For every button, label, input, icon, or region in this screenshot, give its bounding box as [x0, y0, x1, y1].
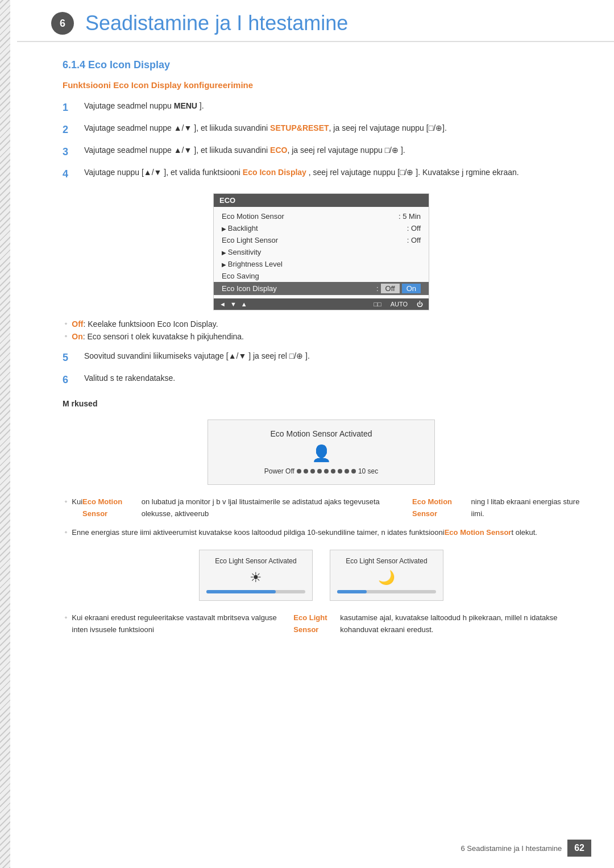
step-text-5: Soovitud suvandini liikumiseks vajutage … — [84, 350, 580, 366]
eco-motion-sensor-2: Eco Motion Sensor — [412, 496, 471, 520]
step-text-6: Valitud s te rakendatakse. — [84, 372, 580, 388]
menu-title-bar: ECO — [214, 194, 429, 207]
eco-icon-display-highlight: Eco Icon Display — [243, 168, 306, 177]
step-text-2: Vajutage seadmel nuppe ▲/▼ ], et liikuda… — [84, 122, 580, 138]
left-stripe-decoration — [0, 0, 10, 868]
dot-3 — [310, 469, 315, 474]
setup-reset-highlight: SETUP&RESET — [270, 123, 329, 132]
eco-highlight: ECO — [270, 146, 287, 155]
menu-nav-icons: ◄ ▼ ▲ — [219, 301, 247, 308]
power-off-row: Power Off 10 sec — [217, 467, 425, 475]
step-2: 2 Vajutage seadmel nuppe ▲/▼ ], et liiku… — [63, 122, 580, 138]
eco-light-box-moon: Eco Light Sensor Activated 🌙 — [330, 550, 443, 601]
final-note-list: Kui ekraani eredust reguleeritakse vasta… — [63, 612, 580, 636]
dots-row — [297, 469, 356, 474]
steps-5-6: 5 Soovitud suvandini liikumiseks vajutag… — [63, 350, 580, 388]
step-num-2: 2 — [63, 122, 80, 138]
step-1: 1 Vajutage seadmel nuppu MENU ]. — [63, 100, 580, 115]
up-nav-icon: ▲ — [241, 301, 247, 308]
sensor-box-title: Eco Motion Sensor Activated — [217, 429, 425, 438]
step-text-3: Vajutage seadmel nuppe ▲/▼ ], et liikuda… — [84, 144, 580, 160]
sensor-activated-box: Eco Motion Sensor Activated 👤 Power Off … — [208, 420, 435, 485]
auto-label: AUTO — [391, 301, 408, 308]
main-content: 6.1.4 Eco Icon Display Funktsiooni Eco I… — [17, 42, 614, 688]
power-icon: ⏻ — [417, 301, 423, 308]
page-footer: 6 Seadistamine ja I htestamine 62 — [460, 840, 591, 857]
moon-icon: 🌙 — [337, 570, 436, 585]
eco-motion-sensor-3: Eco Motion Sensor — [445, 527, 512, 539]
step-text-1: Vajutage seadmel nuppu MENU ]. — [84, 100, 580, 115]
bottom-bar-right: □□ AUTO ⏻ — [374, 301, 423, 308]
menu-row-brightness: Brightness Level — [214, 258, 429, 270]
dot-1 — [297, 469, 301, 474]
menu-row-eco-motion: Eco Motion Sensor : 5 Min — [214, 210, 429, 222]
menu-row-eco-light: Eco Light Sensor : Off — [214, 234, 429, 246]
steps-list: 1 Vajutage seadmel nuppu MENU ]. 2 Vajut… — [63, 100, 580, 182]
dot-7 — [338, 469, 342, 474]
person-icon: 👤 — [217, 444, 425, 463]
eco-progress-fill-1 — [206, 590, 276, 593]
final-note: Kui ekraani eredust reguleeritakse vasta… — [63, 612, 580, 636]
eco-light-title-1: Eco Light Sensor Activated — [206, 557, 305, 565]
eco-motion-sensor-1: Eco Motion Sensor — [82, 496, 142, 520]
menu-bottom-bar: ◄ ▼ ▲ □□ AUTO ⏻ — [214, 298, 429, 310]
step-3: 3 Vajutage seadmel nuppe ▲/▼ ], et liiku… — [63, 144, 580, 160]
eco-light-boxes: Eco Light Sensor Activated ☀ Eco Light S… — [179, 550, 463, 601]
note-2: Enne energias sture iimi aktiveerumist k… — [63, 527, 580, 539]
step-num-4: 4 — [63, 167, 80, 182]
off-label: Off — [72, 319, 83, 329]
chapter-icon: 6 — [51, 12, 74, 35]
screen-icon: □□ — [374, 301, 381, 308]
menu-row-sensitivity: Sensitivity — [214, 246, 429, 258]
time-label: 10 sec — [358, 467, 378, 475]
on-label: On — [72, 332, 82, 341]
step-num-5: 5 — [63, 350, 80, 366]
dot-5 — [324, 469, 329, 474]
menu-row-eco-icon-display: Eco Icon Display : Off On — [214, 282, 429, 295]
page-header: 6 Seadistamine ja I htestamine — [17, 0, 614, 42]
down-nav-icon: ▼ — [230, 301, 237, 308]
bullet-off: Off: Keelake funktsioon Eco Icon Display… — [63, 319, 580, 329]
dot-9 — [351, 469, 356, 474]
eco-light-title-2: Eco Light Sensor Activated — [337, 557, 436, 565]
step-num-1: 1 — [63, 100, 80, 115]
step-num-6: 6 — [63, 372, 80, 388]
notes-section: M rkused Eco Motion Sensor Activated 👤 P… — [63, 399, 580, 636]
off-on-list: Off: Keelake funktsioon Eco Icon Display… — [63, 319, 580, 341]
step-num-3: 3 — [63, 144, 80, 160]
eco-menu-screenshot: ECO Eco Motion Sensor : 5 Min Backlight … — [213, 193, 429, 310]
eco-progress-fill-2 — [337, 590, 367, 593]
power-off-text: Power Off — [264, 467, 294, 475]
step-text-4: Vajutage nuppu [▲/▼ ], et valida funktsi… — [84, 167, 580, 182]
section-heading: 6.1.4 Eco Icon Display — [63, 59, 580, 71]
dot-8 — [345, 469, 349, 474]
bullet-on: On: Eco sensori t olek kuvatakse h pikju… — [63, 332, 580, 341]
eco-light-box-sun: Eco Light Sensor Activated ☀ — [199, 550, 313, 601]
eco-progress-bar-2 — [337, 590, 436, 593]
note-1: Kui Eco Motion Sensor on lubatud ja moni… — [63, 496, 580, 520]
menu-row-eco-saving: Eco Saving — [214, 270, 429, 282]
menu-body: Eco Motion Sensor : 5 Min Backlight : Of… — [214, 207, 429, 298]
footer-text: 6 Seadistamine ja I htestamine — [460, 844, 562, 853]
subsection-heading: Funktsiooni Eco Icon Display konfigureer… — [63, 80, 580, 90]
step-5: 5 Soovitud suvandini liikumiseks vajutag… — [63, 350, 580, 366]
step-6: 6 Valitud s te rakendatakse. — [63, 372, 580, 388]
notes-list: Kui Eco Motion Sensor on lubatud ja moni… — [63, 496, 580, 538]
eco-light-sensor-highlight: Eco Light Sensor — [293, 612, 340, 636]
page-number-box: 62 — [567, 840, 591, 857]
menu-row-backlight: Backlight : Off — [214, 222, 429, 234]
notes-label: M rkused — [63, 399, 580, 408]
dot-2 — [304, 469, 308, 474]
dot-4 — [317, 469, 322, 474]
menu-kbd: MENU — [174, 101, 197, 110]
step-4: 4 Vajutage nuppu [▲/▼ ], et valida funkt… — [63, 167, 580, 182]
page-title: Seadistamine ja I htestamine — [85, 11, 348, 35]
dot-6 — [331, 469, 335, 474]
eco-progress-bar-1 — [206, 590, 305, 593]
sun-icon: ☀ — [206, 570, 305, 585]
left-nav-icon: ◄ — [219, 301, 226, 308]
